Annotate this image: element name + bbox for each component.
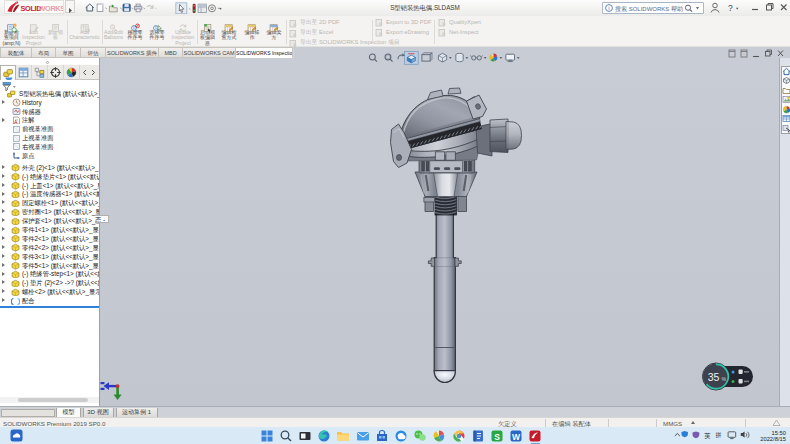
svg-text:英: 英 xyxy=(704,432,711,440)
svg-text:WORKS: WORKS xyxy=(39,4,64,13)
svg-text:S: S xyxy=(494,431,500,441)
svg-text:i: i xyxy=(608,5,609,11)
svg-text:%: % xyxy=(722,376,727,382)
svg-text:1: 1 xyxy=(133,26,135,31)
svg-text:1: 1 xyxy=(155,26,157,31)
svg-text:W: W xyxy=(512,431,521,441)
svg-text:1: 1 xyxy=(111,25,113,29)
svg-text:35: 35 xyxy=(708,371,720,383)
svg-text:拼: 拼 xyxy=(715,432,721,438)
svg-text:?: ? xyxy=(728,3,733,13)
